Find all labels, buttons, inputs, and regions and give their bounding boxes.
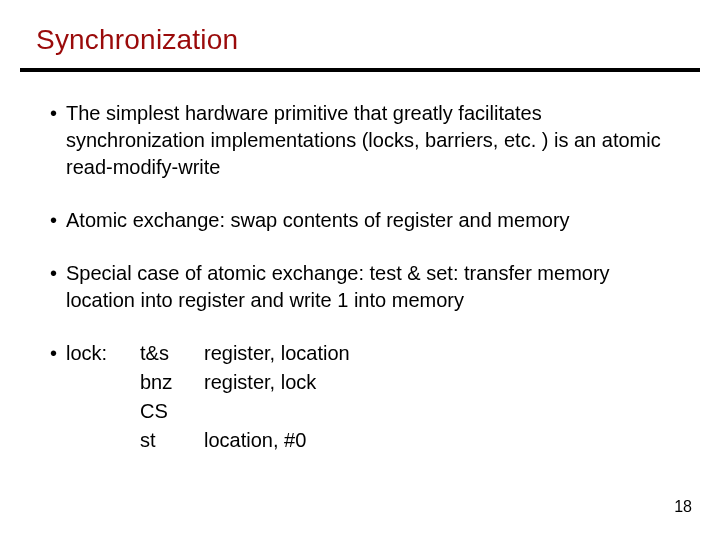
bullet-text: Atomic exchange: swap contents of regist… [66, 207, 680, 234]
bullet-dot-icon: • [50, 207, 66, 234]
bullet-dot-icon: • [50, 340, 66, 454]
slide-body: • The simplest hardware primitive that g… [50, 100, 680, 454]
lock-op: bnz [140, 369, 194, 396]
bullet-dot-icon: • [50, 260, 66, 314]
lock-args: location, #0 [204, 427, 680, 454]
slide: Synchronization • The simplest hardware … [0, 0, 720, 540]
lock-label: lock: [66, 340, 130, 367]
bullet-text: Special case of atomic exchange: test & … [66, 260, 680, 314]
slide-title: Synchronization [36, 24, 238, 56]
bullet-item: • The simplest hardware primitive that g… [50, 100, 680, 181]
title-divider [20, 68, 700, 72]
bullet-item-lock: • lock: t&s register, location bnz regis… [50, 340, 680, 454]
lock-op: t&s [140, 340, 194, 367]
lock-block: lock: t&s register, location bnz registe… [66, 340, 680, 454]
bullet-item: • Atomic exchange: swap contents of regi… [50, 207, 680, 234]
lock-grid: lock: t&s register, location bnz registe… [66, 340, 680, 454]
lock-args: register, lock [204, 369, 680, 396]
lock-args: register, location [204, 340, 680, 367]
bullet-item: • Special case of atomic exchange: test … [50, 260, 680, 314]
bullet-text: The simplest hardware primitive that gre… [66, 100, 680, 181]
bullet-dot-icon: • [50, 100, 66, 181]
lock-op: st [140, 427, 194, 454]
lock-op: CS [140, 398, 194, 425]
page-number: 18 [674, 498, 692, 516]
